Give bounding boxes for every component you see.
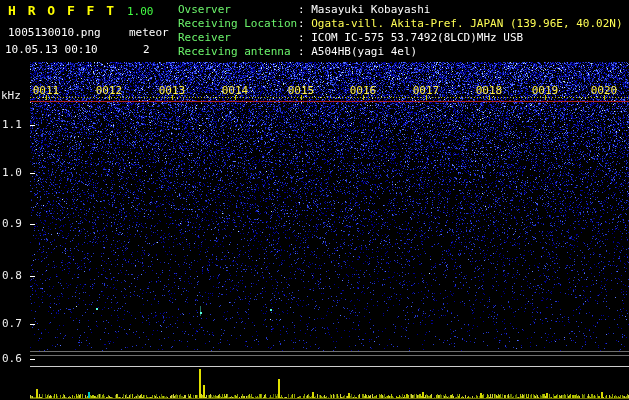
info-colon: :: [298, 3, 311, 16]
info-row-receiver: Receiver: ICOM IC-575 53.7492(8LCD)MHz U…: [178, 31, 623, 45]
time-tick-label: 0015: [286, 84, 316, 97]
info-row-receiving-antenna: Receiving antenna: A504HB(yagi 4el): [178, 45, 623, 59]
info-row-ovserver: Ovserver: Masayuki Kobayashi: [178, 3, 623, 17]
info-value: Masayuki Kobayashi: [311, 3, 430, 16]
freq-tick-label: 0.6: [2, 352, 22, 365]
meteor-count: 2: [143, 43, 150, 56]
info-value: ICOM IC-575 53.7492(8LCD)MHz USB: [311, 31, 523, 44]
time-tick-label: 0016: [348, 84, 378, 97]
observer-info-block: Ovserver: Masayuki KobayashiReceiving Lo…: [178, 3, 623, 59]
mode-label: meteor: [129, 26, 169, 39]
info-row-receiving-location: Receiving Location: Ogata-vill. Akita-Pr…: [178, 17, 623, 31]
info-value: A504HB(yagi 4el): [311, 45, 417, 58]
freq-tick-label: 1.0: [2, 166, 22, 179]
info-colon: :: [298, 31, 311, 44]
time-tick-label: 0018: [474, 84, 504, 97]
info-label: Ovserver: [178, 3, 298, 17]
hrofft-window: H R O F F T 1.00 1005130010.png meteor 1…: [0, 0, 629, 400]
time-tick-label: 0020: [589, 84, 619, 97]
info-colon: :: [298, 17, 311, 30]
freq-tick-label: 0.9: [2, 217, 22, 230]
output-filename: 1005130010.png: [8, 26, 101, 39]
time-tick-label: 0012: [94, 84, 124, 97]
spectrogram-canvas: [0, 0, 629, 400]
info-label: Receiving Location: [178, 17, 298, 31]
date-time-label: 10.05.13 00:10: [5, 43, 98, 56]
freq-tick-label: 1.1: [2, 118, 22, 131]
app-title: H R O F F T: [8, 3, 116, 18]
time-tick-label: 0011: [31, 84, 61, 97]
info-colon: :: [298, 45, 311, 58]
app-version: 1.00: [127, 5, 154, 18]
time-tick-label: 0017: [411, 84, 441, 97]
freq-tick-label: 0.7: [2, 317, 22, 330]
info-value: Ogata-vill. Akita-Pref. JAPAN (139.96E, …: [311, 17, 622, 30]
time-tick-label: 0019: [530, 84, 560, 97]
freq-tick-label: 0.8: [2, 269, 22, 282]
time-tick-label: 0014: [220, 84, 250, 97]
freq-unit-label: kHz: [1, 89, 21, 102]
info-label: Receiving antenna: [178, 45, 298, 59]
info-label: Receiver: [178, 31, 298, 45]
time-tick-label: 0013: [157, 84, 187, 97]
